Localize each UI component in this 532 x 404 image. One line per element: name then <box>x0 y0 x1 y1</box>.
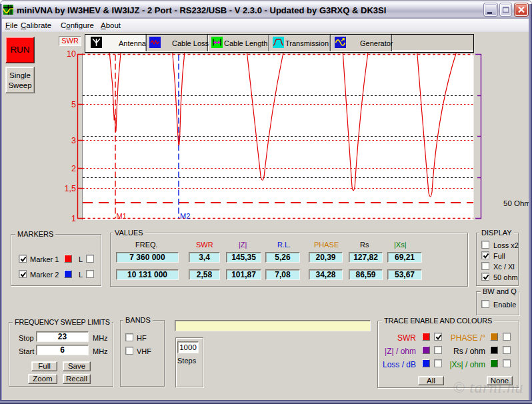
svg-text:50 Ohm: 50 Ohm <box>503 199 531 207</box>
svg-text:5: 5 <box>71 100 76 109</box>
svg-text:3: 3 <box>71 136 76 145</box>
svg-text:1,5: 1,5 <box>65 184 76 193</box>
svg-text:M2: M2 <box>180 212 190 220</box>
svg-text:1: 1 <box>71 214 76 223</box>
svg-text:10: 10 <box>67 49 76 59</box>
svg-text:M1: M1 <box>117 212 127 220</box>
svg-text:2: 2 <box>71 164 76 173</box>
